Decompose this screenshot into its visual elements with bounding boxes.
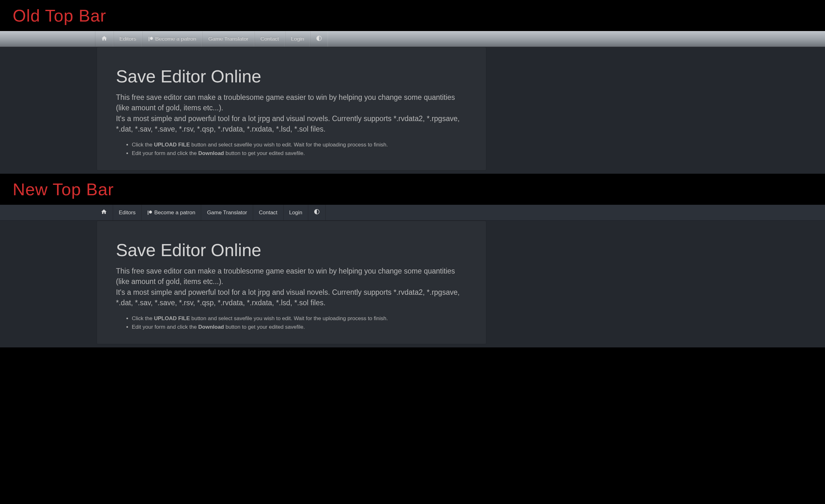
navbar-new: Editors Become a patron Game Translator … <box>0 205 825 221</box>
instructions-list: Click the UPLOAD FILE button and select … <box>116 141 467 157</box>
instruction-item: Edit your form and click the Download bu… <box>132 149 467 157</box>
old-page-wrap: Save Editor Online This free save editor… <box>0 47 825 174</box>
nav-become-patron-label: Become a patron <box>154 210 195 216</box>
svg-rect-4 <box>148 211 148 215</box>
patreon-icon <box>148 37 153 42</box>
nav-become-patron[interactable]: Become a patron <box>142 31 202 47</box>
instruction-item: Click the UPLOAD FILE button and select … <box>132 141 467 149</box>
new-top-bar-label: New Top Bar <box>0 174 825 205</box>
instructions-list: Click the UPLOAD FILE button and select … <box>116 314 467 331</box>
content-panel-old: Save Editor Online This free save editor… <box>97 47 486 170</box>
nav-home[interactable] <box>95 205 113 220</box>
instr2-pre: Edit your form and click the <box>132 150 198 156</box>
instr2-post: button to get your edited savefile. <box>224 324 305 330</box>
page-title: Save Editor Online <box>116 240 467 260</box>
nav-contact[interactable]: Contact <box>253 205 284 220</box>
patreon-icon <box>147 210 152 215</box>
desc-line1: This free save editor can make a trouble… <box>116 93 455 112</box>
nav-login[interactable]: Login <box>284 205 309 220</box>
instr2-post: button to get your edited savefile. <box>224 150 305 156</box>
instr1-pre: Click the <box>132 315 154 321</box>
instr1-pre: Click the <box>132 142 154 148</box>
svg-point-3 <box>149 211 152 213</box>
home-icon <box>101 209 107 216</box>
svg-rect-1 <box>149 37 149 41</box>
nav-editors[interactable]: Editors <box>113 205 142 220</box>
nav-editors[interactable]: Editors <box>114 31 142 47</box>
page-description: This free save editor can make a trouble… <box>116 266 467 308</box>
nav-game-translator[interactable]: Game Translator <box>202 31 254 47</box>
svg-point-0 <box>150 37 153 40</box>
nav-home[interactable] <box>95 31 114 47</box>
nav-theme-toggle[interactable] <box>310 31 328 47</box>
content-panel-new: Save Editor Online This free save editor… <box>97 221 486 344</box>
instr2-bold: Download <box>198 150 224 156</box>
instr2-bold: Download <box>198 324 224 330</box>
new-page-wrap: Save Editor Online This free save editor… <box>0 221 825 347</box>
old-top-bar-label: Old Top Bar <box>0 0 825 31</box>
nav-contact[interactable]: Contact <box>254 31 285 47</box>
instr1-post: button and select savefile you wish to e… <box>190 142 388 148</box>
nav-become-patron[interactable]: Become a patron <box>142 205 201 220</box>
navbar-old: Editors Become a patron Game Translator … <box>0 31 825 47</box>
nav-become-patron-label: Become a patron <box>155 36 196 42</box>
instruction-item: Click the UPLOAD FILE button and select … <box>132 314 467 323</box>
theme-toggle-icon <box>314 209 320 216</box>
desc-line2: It's a most simple and powerful tool for… <box>116 288 460 307</box>
home-icon <box>101 35 107 43</box>
desc-line1: This free save editor can make a trouble… <box>116 267 455 286</box>
page-title: Save Editor Online <box>116 66 467 86</box>
instr1-bold: UPLOAD FILE <box>154 142 190 148</box>
nav-theme-toggle[interactable] <box>308 205 326 220</box>
page-description: This free save editor can make a trouble… <box>116 92 467 134</box>
desc-line2: It's a most simple and powerful tool for… <box>116 115 460 133</box>
nav-login[interactable]: Login <box>285 31 310 47</box>
instruction-item: Edit your form and click the Download bu… <box>132 323 467 331</box>
theme-toggle-icon <box>316 35 322 43</box>
instr2-pre: Edit your form and click the <box>132 324 198 330</box>
instr1-post: button and select savefile you wish to e… <box>190 315 388 321</box>
nav-game-translator[interactable]: Game Translator <box>201 205 253 220</box>
instr1-bold: UPLOAD FILE <box>154 315 190 321</box>
